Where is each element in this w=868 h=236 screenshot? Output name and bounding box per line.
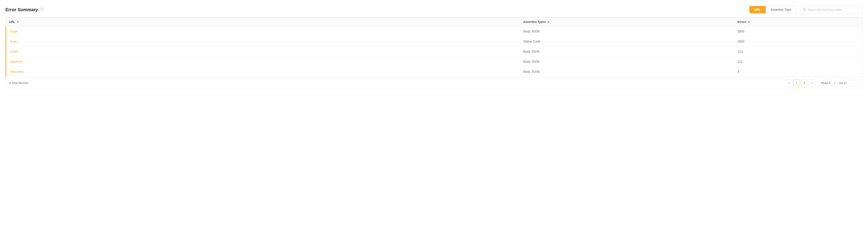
url-cell[interactable]: /discovery [6, 67, 520, 77]
assertion-type-cell: Status Code [520, 36, 734, 47]
show-select-container: Show 5 Show 10 Show 20 Show 50 [819, 80, 837, 86]
assertion-type-cell: Body JSON [520, 67, 734, 77]
page-container: Error Summary ? URL Assertion Type [0, 0, 868, 236]
page-1-button[interactable]: 1 [793, 80, 800, 86]
assertion-type-cell: Body JSON [520, 47, 734, 57]
table-container: URL ⇅ Assertion Types ⇅ Errors ⇅ /loginB… [5, 17, 863, 89]
page-2-button[interactable]: 2 [801, 80, 808, 86]
table-row: /loginBody JSON2800 [6, 26, 862, 36]
page-title: Error Summary [5, 7, 38, 12]
errors-cell: 111 [734, 57, 863, 67]
table-body: /loginBody JSON2800/loginStatus Code2800… [6, 26, 862, 77]
show-select[interactable]: Show 5 Show 10 Show 20 Show 50 [819, 80, 837, 86]
url-cell[interactable]: /login [6, 26, 520, 36]
svg-line-1 [805, 10, 806, 11]
summary-table: URL ⇅ Assertion Types ⇅ Errors ⇅ /loginB… [6, 18, 862, 77]
search-input[interactable] [808, 8, 860, 11]
table-row: /loginStatus Code2800 [6, 36, 862, 47]
errors-cell: 4 [734, 67, 863, 77]
search-container [800, 6, 863, 13]
pagination: ‹ 1 2 › [786, 80, 815, 86]
search-icon [803, 8, 806, 12]
url-sort-icon: ⇅ [17, 21, 19, 24]
goto-container: Go to [839, 80, 859, 86]
errors-sort-icon: ⇅ [748, 21, 750, 24]
next-page-button[interactable]: › [808, 80, 815, 86]
errors-cell: 2800 [734, 26, 863, 36]
header-row: Error Summary ? URL Assertion Type [5, 4, 863, 17]
assertion-type-toggle-button[interactable]: Assertion Type [766, 6, 796, 13]
header-left: Error Summary ? [5, 7, 44, 12]
col-header-assertion-types[interactable]: Assertion Types ⇅ [520, 18, 734, 26]
table-row: /discoveryBody JSON4 [6, 67, 862, 77]
toggle-group: URL Assertion Type [749, 6, 797, 13]
url-cell[interactable]: /payment [6, 57, 520, 67]
assertion-type-cell: Body JSON [520, 57, 734, 67]
pagination-right: ‹ 1 2 › Show 5 Show 10 Show 20 Show 50 G… [786, 80, 859, 86]
url-cell[interactable]: /login [6, 36, 520, 47]
table-row: /orderBody JSON113 [6, 47, 862, 57]
header-right: URL Assertion Type [749, 6, 863, 13]
url-toggle-button[interactable]: URL [749, 6, 766, 13]
url-cell[interactable]: /order [6, 47, 520, 57]
prev-page-button[interactable]: ‹ [786, 80, 793, 86]
goto-input[interactable] [848, 80, 859, 86]
errors-cell: 2800 [734, 36, 863, 47]
col-header-errors[interactable]: Errors ⇅ [734, 18, 863, 26]
errors-cell: 113 [734, 47, 863, 57]
footer-row: 6 Total Results ‹ 1 2 › Show 5 Show 10 S… [6, 77, 862, 89]
assertion-sort-icon: ⇅ [548, 21, 550, 24]
assertion-type-cell: Body JSON [520, 26, 734, 36]
total-results: 6 Total Results [9, 81, 28, 85]
col-header-url[interactable]: URL ⇅ [6, 18, 520, 26]
help-icon[interactable]: ? [40, 8, 44, 12]
table-header-row: URL ⇅ Assertion Types ⇅ Errors ⇅ [6, 18, 862, 26]
table-row: /paymentBody JSON111 [6, 57, 862, 67]
goto-label: Go to [839, 81, 846, 85]
